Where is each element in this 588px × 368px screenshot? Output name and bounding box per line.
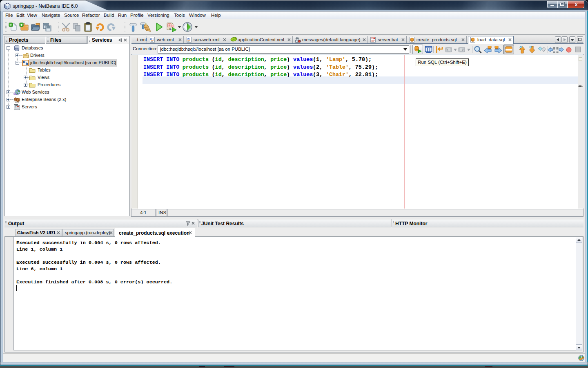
svg-text:3: 3 [169, 27, 171, 31]
svg-text:BAT: BAT [371, 38, 374, 39]
